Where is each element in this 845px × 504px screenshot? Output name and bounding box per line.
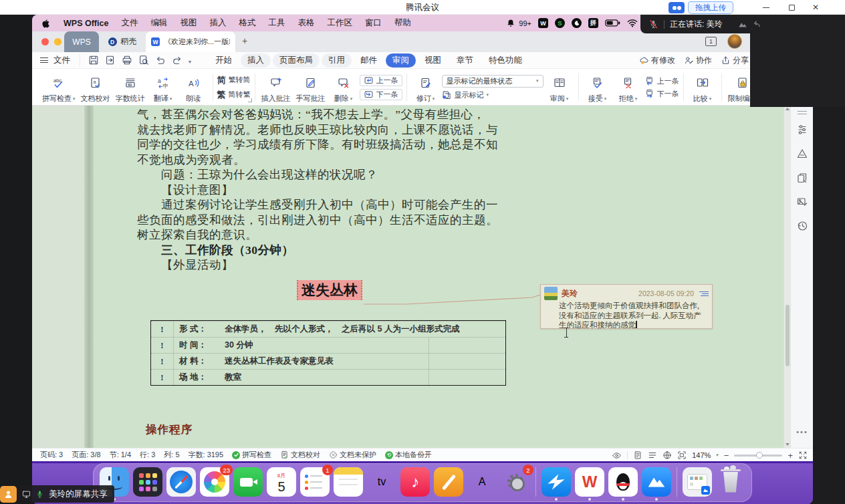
- hamburger-menu-icon[interactable]: [40, 57, 48, 63]
- mic-muted-icon[interactable]: [648, 19, 658, 29]
- 繁转简-button[interactable]: 简繁转简: [217, 74, 251, 86]
- ribbon-tab-审阅[interactable]: 审阅: [386, 53, 416, 68]
- tab-document[interactable]: W 《欢迎来到你...一版粗略版）: [146, 31, 235, 52]
- zoom-level[interactable]: 147%: [692, 451, 711, 459]
- scroll-up-icon[interactable]: [786, 108, 790, 110]
- redo-icon[interactable]: [172, 55, 183, 66]
- status-文档校对[interactable]: 文档校对: [280, 450, 320, 460]
- ribbon-tab-视图[interactable]: 视图: [418, 53, 448, 68]
- minimize-traffic-icon[interactable]: [54, 38, 62, 45]
- 上一条-button[interactable]: 上一条: [360, 75, 402, 86]
- menubar-menu-格式[interactable]: 格式: [239, 17, 255, 29]
- 拼写检查-button[interactable]: abc拼写检查▾: [40, 71, 78, 104]
- comment-box[interactable]: 美玲 2023-08-05 09:20 这个活动更倾向于价值观抉择和团队合作, …: [540, 284, 713, 329]
- zoom-in-button[interactable]: +: [788, 451, 793, 461]
- wechat-work-icon[interactable]: W: [538, 18, 548, 28]
- s-app-icon[interactable]: S: [555, 18, 565, 28]
- ribbon-tab-引用[interactable]: 引用: [322, 53, 352, 68]
- user-avatar[interactable]: [727, 34, 742, 49]
- zoom-slider-thumb[interactable]: [756, 452, 763, 459]
- vertical-scrollbar[interactable]: [783, 106, 790, 448]
- comment-text[interactable]: 这个活动更倾向于价值观抉择和团队合作, 没有和适应的主题联系到一起. 人际互动产…: [559, 301, 708, 330]
- file-menu[interactable]: 文件: [53, 55, 70, 66]
- ribbon-tab-特色功能[interactable]: 特色功能: [482, 53, 529, 68]
- sidebar-handle-icon[interactable]: [798, 111, 807, 114]
- undo-icon[interactable]: [155, 55, 166, 66]
- 字数统计-button[interactable]: 80字数统计: [114, 71, 147, 104]
- 插入批注-button[interactable]: 插入批注: [259, 71, 293, 104]
- window-count-icon[interactable]: 1: [705, 37, 717, 46]
- 比较-button[interactable]: 比较▾: [688, 71, 717, 104]
- ribbon-tab-插入[interactable]: 插入: [241, 53, 271, 68]
- tab-docer[interactable]: D 稻壳: [102, 31, 143, 52]
- seal-image-icon[interactable]: [796, 196, 808, 211]
- 分享-button[interactable]: 分享: [721, 55, 749, 66]
- toolbar-caret-icon[interactable]: ▾: [189, 54, 191, 66]
- menubar-menu-编辑[interactable]: 编辑: [150, 17, 167, 29]
- display-state-dropdown[interactable]: 显示标记的最终状态▾: [442, 75, 544, 88]
- status-本地备份开[interactable]: 本地备份开: [385, 450, 432, 460]
- ribbon-tab-章节[interactable]: 章节: [450, 53, 480, 68]
- 翻译-button[interactable]: a中翻译▾: [148, 71, 178, 104]
- dock-app-facetime[interactable]: [233, 467, 263, 497]
- dock-app-reminders[interactable]: 1: [300, 467, 330, 497]
- dock-app-trash[interactable]: [716, 467, 745, 497]
- upload-button[interactable]: 拖拽上传: [669, 1, 733, 15]
- close-button[interactable]: ✕: [810, 2, 821, 13]
- 文档校对-button[interactable]: a文档校对: [79, 71, 112, 104]
- tab-wps-home[interactable]: WPS: [64, 31, 99, 52]
- dock-app-photos[interactable]: 23: [200, 467, 229, 497]
- 下一条-button[interactable]: 下一条: [644, 89, 679, 99]
- dock-app-pages[interactable]: [434, 467, 463, 497]
- menubar-menu-帮助[interactable]: 帮助: [394, 17, 411, 29]
- group-expander-icon[interactable]: [248, 98, 252, 102]
- dock-app-launchpad[interactable]: [133, 467, 162, 497]
- moon-icon[interactable]: [572, 18, 582, 28]
- ribbon-tab-邮件[interactable]: 邮件: [354, 53, 384, 68]
- menubar-app-name[interactable]: WPS Office: [64, 19, 108, 28]
- dock-app-music[interactable]: ♪: [400, 467, 430, 497]
- history-icon[interactable]: [796, 220, 808, 235]
- battery-icon[interactable]: [605, 19, 620, 27]
- menubar-menu-窗口[interactable]: 窗口: [365, 17, 382, 29]
- dock-app-tencent-meeting[interactable]: [642, 467, 671, 497]
- bell-icon[interactable]: [506, 19, 515, 28]
- dock-app-system-settings[interactable]: 2: [501, 467, 530, 497]
- dock-app-dingtalk[interactable]: [541, 467, 571, 497]
- menubar-menu-工作区[interactable]: 工作区: [327, 17, 352, 29]
- wifi-icon[interactable]: [627, 19, 638, 27]
- preview-icon[interactable]: [138, 55, 149, 66]
- dock-app-wps-office[interactable]: W: [575, 467, 604, 497]
- clipboard-icon[interactable]: [796, 172, 808, 186]
- 有修改-button[interactable]: 0有修改: [639, 55, 675, 66]
- 拒绝-button[interactable]: 拒绝▾: [614, 71, 643, 104]
- menubar-menu-表格[interactable]: 表格: [297, 17, 314, 29]
- 协作-button[interactable]: 协作: [684, 55, 712, 66]
- menubar-menu-工具[interactable]: 工具: [268, 17, 285, 29]
- menubar-menu-视图[interactable]: 视图: [180, 17, 197, 29]
- 修订-button[interactable]: 修订▾: [411, 71, 441, 104]
- export-icon[interactable]: [105, 55, 116, 66]
- ribbon-tab-页面布局[interactable]: 页面布局: [273, 53, 320, 68]
- settings-sliders-icon[interactable]: [796, 124, 808, 138]
- pinyin-input-icon[interactable]: 拼: [588, 18, 598, 28]
- status-文档未保护[interactable]: 文档未保护: [329, 450, 376, 460]
- zoom-slider[interactable]: [734, 455, 782, 457]
- 审阅-button[interactable]: 审阅▾: [545, 71, 574, 104]
- dock-app-minimized-window[interactable]: [683, 467, 712, 497]
- dock-app-notes[interactable]: [334, 467, 363, 497]
- apple-menu-icon[interactable]: [41, 19, 51, 28]
- 下一条-button[interactable]: 下一条: [360, 89, 402, 100]
- new-tab-button[interactable]: +: [242, 35, 247, 46]
- zoom-out-button[interactable]: −: [724, 451, 729, 461]
- presenter-icon[interactable]: [0, 486, 17, 503]
- 朗读-button[interactable]: A朗读: [179, 71, 209, 104]
- 删除-button[interactable]: 删除▾: [329, 71, 358, 104]
- comment-options-icon[interactable]: [698, 291, 709, 296]
- menubar-menu-插入[interactable]: 插入: [209, 17, 226, 29]
- docer-assistant-icon[interactable]: [796, 148, 808, 162]
- 上一条-button[interactable]: 上一条: [644, 76, 679, 86]
- 显示标记-button[interactable]: 显示标记▾: [442, 90, 544, 100]
- dock-app-qq[interactable]: [608, 467, 638, 497]
- status-拼写检查[interactable]: 拼写检查: [232, 450, 271, 460]
